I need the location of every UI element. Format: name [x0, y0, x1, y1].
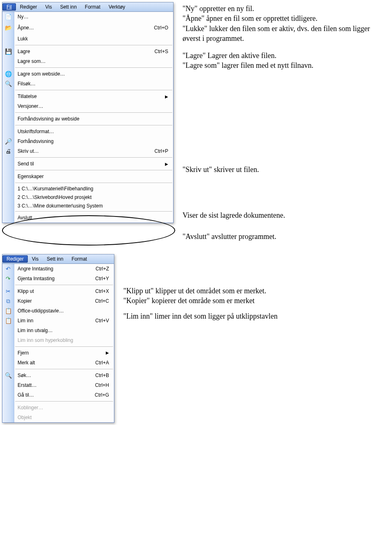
edit-dropdown-gutter: ↶ ↷ ✂ ⧉ 📋 📋 🔍 [2, 264, 14, 422]
file-dropdown-items: Ny… Åpne…Ctrl+O Lukk LagreCtrl+S Lagre s… [14, 12, 173, 223]
undo-icon: ↶ [5, 266, 11, 272]
printer-icon: 🖨 [5, 148, 11, 154]
mi-liminnhyper: Lim inn som hyperkobling [14, 335, 114, 345]
new-file-icon: 📄 [5, 13, 11, 20]
menubar-item-rediger2[interactable]: Rediger [2, 255, 28, 263]
edit-menu-explanations: "Klipp ut" klipper ut det området som er… [114, 254, 385, 321]
explain-avslutt: "Avslutt" avslutter programmet. [183, 232, 387, 241]
menubar-item-settinn[interactable]: Sett inn [56, 3, 81, 11]
edit-dropdown-items: Angre InntastingCtrl+Z Gjenta Inntasting… [14, 264, 114, 422]
mi-gjenta[interactable]: Gjenta InntastingCtrl+Y [14, 274, 114, 283]
office-clipboard-icon: 📋 [5, 308, 11, 314]
mi-lukk[interactable]: Lukk [14, 34, 173, 44]
mi-mru2[interactable]: 2 C:\…\Skrivebord\Hoved prosjekt [14, 193, 173, 201]
menubar-file: Fil Rediger Vis Sett inn Format Verktøy [2, 2, 174, 12]
mi-tillatelse[interactable]: Tillatelse▶ [14, 92, 173, 101]
file-dropdown-gutter: 📄 📂 💾 🌐 🔍 🔎 🖨 [2, 12, 14, 223]
mi-kopier[interactable]: KopierCtrl+C [14, 296, 114, 306]
open-folder-icon: 📂 [5, 25, 11, 31]
save-as-web-icon: 🌐 [5, 71, 11, 77]
explain-mru: Viser de sist lagrede dokumentene. [183, 210, 387, 220]
submenu-arrow-icon: ▶ [165, 94, 168, 99]
mi-sendtil[interactable]: Send til▶ [14, 159, 173, 169]
mi-forhand[interactable]: Forhåndsvisning [14, 136, 173, 146]
explain-kopier: "Kopier" kopierer det område som er merk… [123, 296, 385, 306]
mi-skrivut[interactable]: Skriv ut…Ctrl+P [14, 146, 173, 156]
mi-avslutt[interactable]: Avslutt [14, 213, 173, 223]
mi-mru1[interactable]: 1 C:\…\Kursmateriell\Filbehandling [14, 184, 173, 193]
file-menu-screenshot: Fil Rediger Vis Sett inn Format Verktøy … [2, 2, 174, 223]
explain-skrivut: "Skriv ut" skriver ut filen. [183, 165, 387, 174]
mi-lagresom[interactable]: Lagre som… [14, 56, 173, 66]
mi-ny[interactable]: Ny… [14, 12, 173, 22]
mi-lagre[interactable]: LagreCtrl+S [14, 47, 173, 56]
menubar-item-verktoy[interactable]: Verktøy [105, 3, 129, 11]
mi-erstatt[interactable]: Erstatt…Ctrl+H [14, 380, 114, 390]
redo-icon: ↷ [5, 275, 11, 282]
submenu-arrow-icon: ▶ [165, 162, 168, 166]
explain-ny: "Ny" oppretter en ny fil. [183, 4, 387, 13]
mi-forhandweb[interactable]: Forhåndsvisning av webside [14, 114, 173, 124]
explain-klipput: "Klipp ut" klipper ut det området som er… [123, 286, 385, 296]
paste-icon: 📋 [5, 317, 11, 324]
copy-icon: ⧉ [5, 298, 11, 304]
mi-officeclip[interactable]: Office-utklippstavle… [14, 306, 114, 316]
menubar-edit: Rediger Vis Sett inn Format [2, 254, 114, 264]
print-preview-icon: 🔎 [5, 138, 11, 145]
mi-versjoner[interactable]: Versjoner… [14, 101, 173, 111]
mi-utskrift[interactable]: Utskriftsformat… [14, 127, 173, 136]
mi-egenskaper[interactable]: Egenskaper [14, 172, 173, 181]
file-menu-explanations: "Ny" oppretter en ny fil. "Åpne" åpner e… [174, 2, 387, 249]
mi-angre[interactable]: Angre InntastingCtrl+Z [14, 264, 114, 274]
mi-sok[interactable]: Søk…Ctrl+B [14, 370, 114, 380]
menubar-item-format[interactable]: Format [81, 3, 105, 11]
menubar-item-rediger[interactable]: Rediger [16, 3, 41, 11]
mi-fjern[interactable]: Fjern▶ [14, 348, 114, 358]
mi-mru3[interactable]: 3 C:\…\Mine dokumenter\using System [14, 201, 173, 210]
save-icon: 💾 [5, 48, 11, 55]
menubar-item-vis[interactable]: Vis [41, 3, 56, 11]
menubar-item-settinn2[interactable]: Sett inn [42, 255, 67, 263]
mi-liminn[interactable]: Lim innCtrl+V [14, 316, 114, 326]
explain-apne: "Åpne" åpner en fil som er opprettet tid… [183, 13, 387, 23]
explain-lagresom: "Lagre som" lagrer filen med et nytt fil… [183, 60, 387, 70]
mi-liminnutvalg[interactable]: Lim inn utvalg… [14, 326, 114, 335]
file-search-icon: 🔍 [5, 80, 11, 87]
mi-klipput[interactable]: Klipp utCtrl+X [14, 286, 114, 296]
explain-liminn: "Lim inn" limer inn det som ligger på ut… [123, 311, 385, 321]
explain-lagre: "Lagre" Lagrer den aktive filen. [183, 51, 387, 60]
menubar-item-fil[interactable]: Fil [2, 3, 16, 11]
mi-gatil[interactable]: Gå til…Ctrl+G [14, 390, 114, 400]
cut-icon: ✂ [5, 288, 11, 295]
mi-lagreweb[interactable]: Lagre som webside… [14, 69, 173, 79]
edit-menu-screenshot: Rediger Vis Sett inn Format ↶ ↷ ✂ ⧉ 📋 📋 … [2, 254, 114, 423]
explain-lukke: "Lukke" lukker den filen som er aktiv, d… [183, 24, 387, 44]
find-icon: 🔍 [5, 372, 11, 379]
mi-filsok[interactable]: Filsøk… [14, 79, 173, 89]
file-dropdown: 📄 📂 💾 🌐 🔍 🔎 🖨 [2, 12, 174, 223]
mi-objekt: Objekt [14, 413, 114, 422]
mi-merkalt[interactable]: Merk altCtrl+A [14, 358, 114, 368]
edit-dropdown: ↶ ↷ ✂ ⧉ 📋 📋 🔍 Angr [2, 264, 114, 423]
menubar-item-vis2[interactable]: Vis [28, 255, 42, 263]
mi-koblinger: Koblinger… [14, 403, 114, 413]
submenu-arrow-icon: ▶ [106, 350, 109, 355]
menubar-item-format2[interactable]: Format [67, 255, 91, 263]
mi-apne[interactable]: Åpne…Ctrl+O [14, 22, 173, 34]
